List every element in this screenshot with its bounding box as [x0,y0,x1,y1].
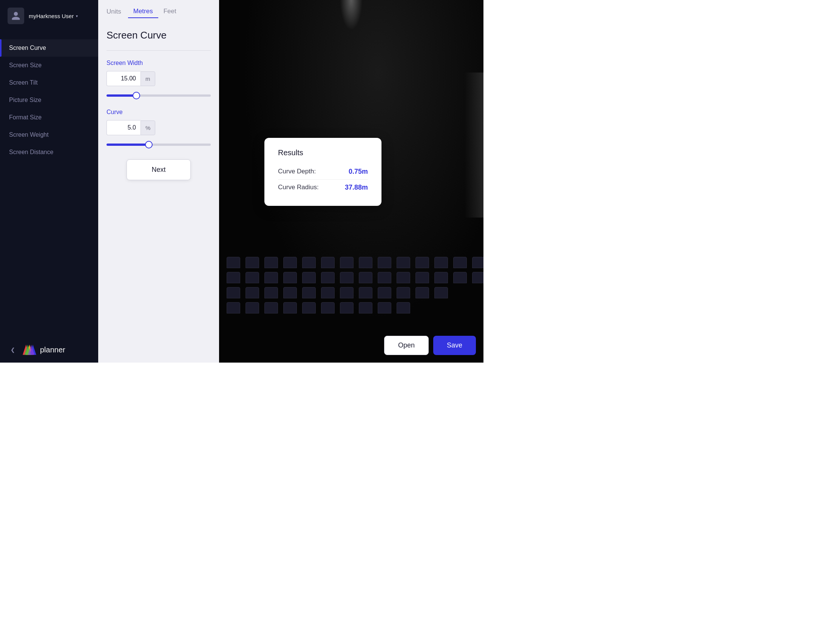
seat [340,302,354,314]
username-label[interactable]: myHarkness User ▾ [29,13,78,19]
seat [283,302,297,314]
seat [396,272,410,283]
curve-depth-row: Curve Depth: 0.75m [278,164,368,180]
screen-width-input-row: m [106,71,211,86]
seat [245,272,259,283]
seat [302,257,316,268]
sidebar-nav: Screen Curve Screen Size Screen Tilt Pic… [0,32,98,337]
page-title: Screen Curve [106,30,211,41]
unit-metres-button[interactable]: Metres [128,5,158,18]
seat [264,287,278,298]
units-bar: Units Metres Feet [98,0,219,24]
seat [359,302,373,314]
user-icon [11,11,21,21]
seat [340,287,354,298]
bottom-actions: Open Save [384,336,476,355]
ceiling-light [340,0,363,30]
save-button[interactable]: Save [433,336,476,355]
logo-text: planner [40,346,65,354]
seat [378,257,391,268]
seat-row [227,257,476,268]
seat [227,287,240,298]
curve-slider[interactable] [106,144,211,146]
seat [302,272,316,283]
seat [245,302,259,314]
seat [359,287,373,298]
sidebar-item-screen-distance[interactable]: Screen Distance [0,144,98,161]
next-button[interactable]: Next [126,159,191,180]
seat [472,257,483,268]
seat [359,272,373,283]
curve-radius-value: 37.88m [345,183,368,191]
main-panel: Units Metres Feet Screen Curve Screen Wi… [98,0,219,363]
curve-radius-row: Curve Radius: 37.88m [278,180,368,195]
sidebar-item-picture-size[interactable]: Picture Size [0,92,98,109]
seat [321,272,335,283]
sidebar-item-format-size[interactable]: Format Size [0,109,98,126]
sidebar-footer: ❮ planner [0,337,98,363]
seat [340,272,354,283]
seat [227,302,240,314]
seat [396,257,410,268]
seat-row [227,302,476,314]
sidebar-item-screen-curve[interactable]: Screen Curve [0,39,98,57]
seat [321,257,335,268]
units-label: Units [106,8,121,16]
sidebar-item-screen-weight[interactable]: Screen Weight [0,126,98,144]
seat [453,257,467,268]
screen-width-slider[interactable] [106,95,211,97]
seat [227,272,240,283]
seats-area [219,257,483,332]
seat-row [227,272,476,283]
seat [378,272,391,283]
seat [415,287,429,298]
seat [302,302,316,314]
seat [283,272,297,283]
avatar [8,8,24,24]
screen-width-label: Screen Width [106,60,211,66]
seat [227,257,240,268]
curve-input-row: % [106,120,211,135]
seat [396,302,410,314]
sidebar-header: myHarkness User ▾ [0,0,98,32]
seat [415,257,429,268]
seat [472,272,483,283]
seat [283,287,297,298]
seat [264,257,278,268]
seat [264,272,278,283]
screen-glow [464,73,483,218]
seat [415,272,429,283]
seat [434,257,448,268]
panel-content: Screen Curve Screen Width m Curve % Next [98,24,219,363]
seat [321,302,335,314]
curve-radius-label: Curve Radius: [278,183,319,191]
seat [245,257,259,268]
seat [321,287,335,298]
results-title: Results [278,148,368,157]
screen-width-group: Screen Width m [106,60,211,98]
collapse-button[interactable]: ❮ [8,344,18,355]
cinema-scene: Results Curve Depth: 0.75m Curve Radius:… [219,0,483,363]
username-chevron: ▾ [76,14,78,18]
screen-width-input[interactable] [106,71,141,86]
open-button[interactable]: Open [384,336,429,355]
seat [245,287,259,298]
screen-width-unit: m [141,71,155,86]
seat [434,287,448,298]
results-card: Results Curve Depth: 0.75m Curve Radius:… [264,138,382,206]
divider [106,50,211,51]
seat [378,287,391,298]
curve-group: Curve % [106,109,211,147]
unit-feet-button[interactable]: Feet [158,5,182,18]
curve-depth-value: 0.75m [349,168,368,175]
seat [453,272,467,283]
sidebar: myHarkness User ▾ Screen Curve Screen Si… [0,0,98,363]
seat [340,257,354,268]
seat [378,302,391,314]
username-text: myHarkness User [29,13,74,19]
logo: planner [23,344,65,355]
sidebar-item-screen-tilt[interactable]: Screen Tilt [0,74,98,92]
seat [283,257,297,268]
curve-input[interactable] [106,120,141,135]
sidebar-item-screen-size[interactable]: Screen Size [0,57,98,74]
